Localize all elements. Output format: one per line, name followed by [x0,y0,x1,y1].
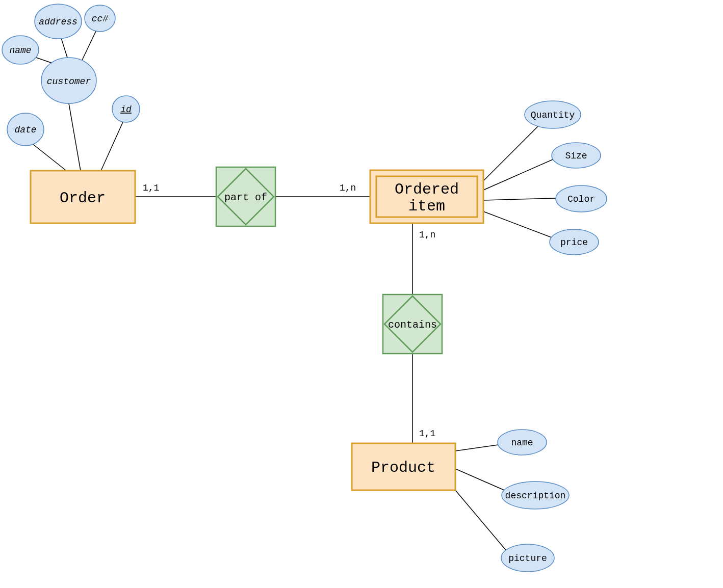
connector [455,444,502,451]
connector [69,103,81,171]
connector [483,119,546,181]
attr-product-name-label: name [511,438,533,448]
attr-order-date-label: date [14,125,36,135]
attr-product-picture-label: picture [508,553,547,564]
connector [483,198,556,200]
entity-order-label: Order [60,190,106,207]
attr-product-description-label: description [505,491,566,501]
connector [483,156,561,190]
rel-partof: part of [216,167,275,226]
connector [483,211,554,238]
entity-product-label: Product [371,459,435,476]
rel-partof-label: part of [224,192,267,203]
connector [82,27,98,61]
attr-order-customer-label: customer [47,76,91,87]
attr-customer-name-label: name [9,45,31,56]
entity-ordered-item-label1: Ordered [395,181,459,198]
connector [101,119,124,171]
entity-ordered-item-label2: item [408,198,445,215]
card-ordered-contains: 1,n [419,230,435,240]
attr-oi-size-label: Size [565,151,587,161]
attr-oi-quantity-label: Quantity [531,110,575,120]
rel-contains-label: contains [388,319,437,331]
connector [455,469,504,490]
connector [455,490,507,552]
card-contains-product: 1,1 [419,429,435,439]
rel-contains: contains [383,295,442,354]
attr-oi-price-label: price [560,237,588,248]
attr-order-id-label: id [120,104,132,115]
card-order-partof: 1,1 [143,183,159,193]
card-partof-ordered: 1,n [340,183,356,193]
attr-oi-color-label: Color [567,194,595,204]
attr-customer-cc-label: cc# [92,14,109,24]
connector [29,141,66,171]
er-diagram: 1,1 1,n 1,n 1,1 Order date customer id n… [0,0,723,588]
attr-customer-address-label: address [39,17,78,27]
